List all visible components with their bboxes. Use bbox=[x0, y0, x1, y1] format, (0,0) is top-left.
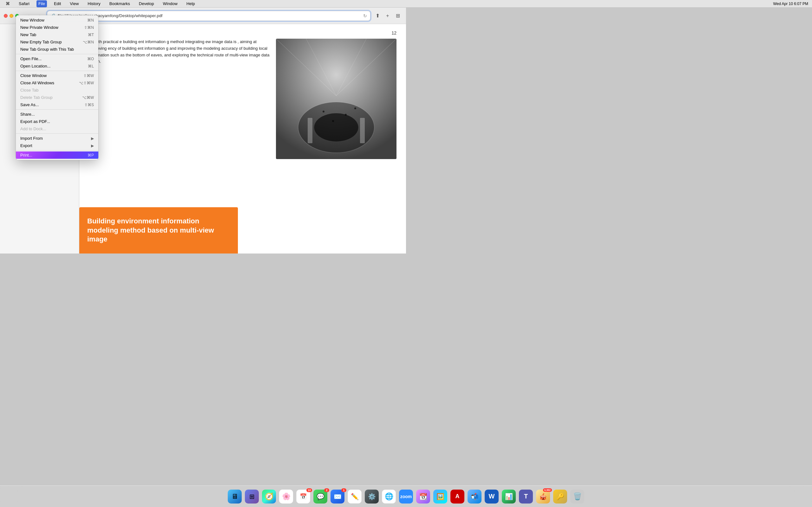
toolbar-actions: ⬆ + ⊞ bbox=[373, 11, 402, 20]
menu-delete-tab-group: Delete Tab Group ⌥⌘W bbox=[16, 94, 98, 101]
menu-export-arrow: ▶ bbox=[91, 144, 94, 148]
svg-point-9 bbox=[322, 111, 324, 112]
menubar-bookmarks[interactable]: Bookmarks bbox=[107, 0, 132, 7]
menubar-file[interactable]: File bbox=[37, 0, 47, 7]
menu-import-from[interactable]: Import From ▶ bbox=[16, 135, 98, 142]
separator-1 bbox=[16, 54, 98, 54]
menubar-develop[interactable]: Develop bbox=[137, 0, 156, 7]
menu-print-label: Print... bbox=[20, 153, 32, 158]
menu-open-file-label: Open File... bbox=[20, 56, 42, 61]
atrium-image-svg bbox=[276, 39, 397, 159]
svg-point-11 bbox=[332, 120, 334, 122]
menu-new-tab-shortcut: ⌘T bbox=[88, 33, 94, 37]
pdf-main: 12 ed with practical e building ent info… bbox=[79, 24, 406, 253]
separator-4 bbox=[16, 133, 98, 134]
sidebar-toggle-button[interactable]: ⊞ bbox=[393, 11, 402, 20]
menu-open-file-shortcut: ⌘O bbox=[87, 57, 94, 61]
menu-save-as-label: Save As... bbox=[20, 102, 39, 107]
menu-new-window-shortcut: ⌘N bbox=[87, 18, 94, 22]
apple-menu[interactable]: ⌘ bbox=[4, 0, 12, 7]
menu-print-shortcut: ⌘P bbox=[88, 153, 94, 158]
menu-export[interactable]: Export ▶ bbox=[16, 142, 98, 149]
menu-import-from-label: Import From bbox=[20, 136, 43, 141]
close-button[interactable] bbox=[4, 14, 8, 18]
menu-new-empty-tab-group-label: New Empty Tab Group bbox=[20, 40, 62, 44]
page-number: 12 bbox=[89, 31, 397, 36]
menu-print[interactable]: Print... ⌘P bbox=[16, 152, 98, 159]
pdf-image-inner bbox=[276, 39, 397, 159]
menu-save-as[interactable]: Save As... ⇧⌘S bbox=[16, 101, 98, 108]
separator-5 bbox=[16, 150, 98, 151]
menu-add-to-dock: Add to Dock... bbox=[16, 125, 98, 132]
menu-new-window-label: New Window bbox=[20, 18, 44, 22]
menu-close-all-windows-shortcut: ⌥⇧⌘W bbox=[79, 81, 94, 85]
reload-icon[interactable]: ↻ bbox=[363, 13, 367, 18]
menu-export-pdf[interactable]: Export as PDF... bbox=[16, 118, 98, 125]
pdf-image bbox=[276, 39, 397, 159]
menu-open-location[interactable]: Open Location... ⌘L bbox=[16, 62, 98, 70]
menu-new-window[interactable]: New Window ⌘N bbox=[16, 16, 98, 24]
menu-open-location-shortcut: ⌘L bbox=[88, 64, 94, 68]
menu-close-tab-label: Close Tab bbox=[20, 88, 39, 93]
svg-rect-8 bbox=[360, 118, 365, 143]
menu-delete-tab-group-label: Delete Tab Group bbox=[20, 95, 53, 100]
new-tab-button[interactable]: + bbox=[383, 11, 392, 20]
menu-new-private-window-shortcut: ⇧⌘N bbox=[84, 25, 94, 30]
menu-close-window[interactable]: Close Window ⇧⌘W bbox=[16, 72, 98, 79]
menu-close-window-label: Close Window bbox=[20, 73, 47, 78]
menubar-safari[interactable]: Safari bbox=[17, 0, 32, 7]
menu-close-all-windows-label: Close All Windows bbox=[20, 80, 54, 85]
menu-add-to-dock-label: Add to Dock... bbox=[20, 126, 46, 131]
menu-delete-tab-group-shortcut: ⌥⌘W bbox=[82, 95, 94, 100]
menu-share[interactable]: Share... bbox=[16, 111, 98, 118]
menu-export-label: Export bbox=[20, 143, 32, 148]
orange-banner-text: Building environment information modelin… bbox=[87, 217, 230, 244]
svg-point-10 bbox=[345, 114, 347, 116]
pdf-content: ed with practical e building ent informa… bbox=[89, 39, 397, 159]
menu-new-private-window-label: New Private Window bbox=[20, 25, 58, 30]
menubar-window[interactable]: Window bbox=[161, 0, 179, 7]
menu-close-tab: Close Tab bbox=[16, 87, 98, 94]
minimize-button[interactable] bbox=[9, 14, 13, 18]
url-text: file:///Users/melissachaoyamfong/Desktop… bbox=[58, 13, 361, 18]
menu-new-empty-tab-group-shortcut: ⌥⌘N bbox=[83, 40, 94, 44]
menubar-view[interactable]: View bbox=[68, 0, 81, 7]
file-menu: New Window ⌘N New Private Window ⇧⌘N New… bbox=[16, 15, 98, 160]
menu-close-window-shortcut: ⇧⌘W bbox=[84, 73, 94, 78]
pdf-text: ed with practical e building ent informa… bbox=[89, 39, 270, 159]
menubar: ⌘ Safari File Edit View History Bookmark… bbox=[0, 0, 406, 8]
menu-new-tab[interactable]: New Tab ⌘T bbox=[16, 31, 98, 38]
svg-point-12 bbox=[354, 107, 356, 109]
menu-open-file[interactable]: Open File... ⌘O bbox=[16, 55, 98, 62]
menu-export-pdf-label: Export as PDF... bbox=[20, 119, 50, 124]
share-button[interactable]: ⬆ bbox=[373, 11, 382, 20]
menu-new-tab-label: New Tab bbox=[20, 32, 36, 37]
browser-window: ‹ › 🔗 file:///Users/melissachaoyamfong/D… bbox=[0, 8, 406, 253]
separator-2 bbox=[16, 71, 98, 71]
svg-point-6 bbox=[314, 113, 358, 142]
menu-share-label: Share... bbox=[20, 112, 35, 117]
menu-new-tab-group-this-tab-label: New Tab Group with This Tab bbox=[20, 47, 74, 52]
menu-new-private-window[interactable]: New Private Window ⇧⌘N bbox=[16, 24, 98, 31]
menubar-history[interactable]: History bbox=[86, 0, 102, 7]
menu-close-all-windows[interactable]: Close All Windows ⌥⇧⌘W bbox=[16, 79, 98, 87]
menubar-edit[interactable]: Edit bbox=[52, 0, 63, 7]
menu-save-as-shortcut: ⇧⌘S bbox=[84, 103, 94, 107]
menu-new-tab-group-this-tab[interactable]: New Tab Group with This Tab bbox=[16, 46, 98, 53]
menu-open-location-label: Open Location... bbox=[20, 64, 50, 68]
menu-import-from-arrow: ▶ bbox=[91, 136, 94, 141]
menubar-help[interactable]: Help bbox=[185, 0, 197, 7]
orange-banner: Building environment information modelin… bbox=[79, 207, 238, 253]
svg-rect-7 bbox=[308, 118, 312, 143]
menu-new-empty-tab-group[interactable]: New Empty Tab Group ⌥⌘N bbox=[16, 38, 98, 46]
separator-3 bbox=[16, 109, 98, 110]
